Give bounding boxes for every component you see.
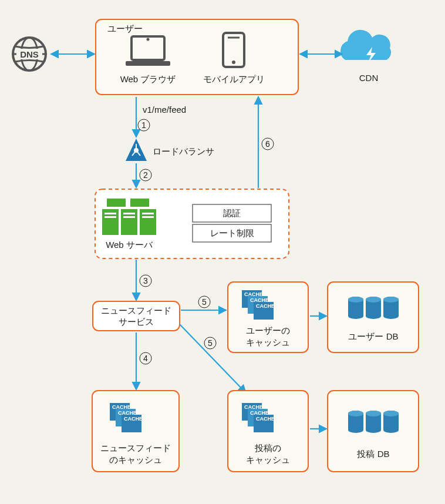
svg-point-46: [348, 297, 363, 303]
svg-rect-21: [104, 213, 116, 214]
load-balancer-icon: [126, 139, 147, 161]
cdn-icon: [341, 30, 391, 63]
web-browser-label: Web ブラウザ: [120, 74, 176, 84]
svg-rect-17: [130, 199, 149, 207]
svg-point-45: [348, 313, 363, 319]
newsfeed-service-l1: ニュースフィード: [101, 305, 171, 315]
svg-point-63: [348, 427, 363, 433]
svg-point-64: [348, 411, 363, 416]
svg-point-67: [366, 427, 381, 433]
svg-rect-23: [123, 213, 135, 214]
step-3: 3: [143, 276, 148, 285]
step-5b: 5: [208, 338, 213, 348]
svg-rect-26: [142, 216, 154, 218]
rate-limit-label: レート制限: [210, 228, 254, 238]
user-db-label: ユーザー DB: [348, 331, 398, 341]
post-cache-l2: キャッシュ: [246, 455, 290, 465]
svg-point-6: [147, 38, 150, 41]
svg-text:CACHE: CACHE: [118, 410, 137, 416]
svg-text:CACHE: CACHE: [112, 404, 131, 410]
svg-rect-24: [123, 216, 135, 218]
newsfeed-service-l2: サービス: [119, 317, 154, 327]
auth-label: 認証: [223, 208, 241, 218]
step-1: 1: [141, 120, 146, 130]
dns-label: DNS: [20, 49, 39, 59]
step-5a: 5: [202, 297, 207, 307]
svg-point-71: [383, 427, 399, 433]
svg-rect-5: [126, 61, 170, 66]
svg-point-68: [366, 411, 381, 416]
svg-text:CACHE: CACHE: [124, 416, 143, 422]
svg-point-9: [232, 61, 235, 64]
step-4: 4: [143, 354, 148, 363]
web-server-label: Web サーバ: [106, 240, 153, 250]
svg-text:CACHE: CACHE: [256, 303, 275, 309]
svg-point-72: [383, 411, 399, 416]
architecture-diagram: DNS ユーザー Web ブラウザ モバイルアプリ CDN v1/me/feed…: [0, 0, 445, 504]
svg-point-54: [383, 297, 399, 303]
database-icon: [348, 411, 399, 433]
user-title: ユーザー: [107, 23, 143, 33]
newsfeed-cache-l2: のキャッシュ: [109, 455, 162, 465]
svg-rect-25: [142, 213, 154, 214]
svg-point-49: [366, 313, 381, 319]
svg-point-53: [383, 313, 399, 319]
step-2: 2: [143, 170, 148, 180]
step-6: 6: [265, 139, 270, 149]
load-balancer-label: ロードバランサ: [153, 146, 214, 156]
mobile-app-label: モバイルアプリ: [203, 74, 265, 84]
newsfeed-cache-l1: ニュースフィード: [100, 443, 171, 453]
svg-text:CACHE: CACHE: [244, 291, 263, 297]
user-cache-l1: ユーザーの: [246, 325, 290, 335]
svg-text:CACHE: CACHE: [256, 416, 275, 422]
database-icon: [348, 297, 399, 319]
post-cache-l1: 投稿の: [254, 443, 281, 453]
svg-point-50: [366, 297, 381, 303]
svg-text:CACHE: CACHE: [250, 297, 269, 303]
svg-rect-16: [107, 199, 126, 207]
post-db-label: 投稿 DB: [356, 449, 389, 459]
svg-rect-22: [104, 216, 116, 218]
svg-text:CACHE: CACHE: [250, 410, 269, 416]
dns-icon: DNS: [13, 38, 46, 70]
cdn-label: CDN: [359, 73, 379, 83]
user-cache-l2: キャッシュ: [246, 337, 290, 347]
svg-text:CACHE: CACHE: [244, 404, 263, 410]
api-path-label: v1/me/feed: [143, 105, 186, 115]
